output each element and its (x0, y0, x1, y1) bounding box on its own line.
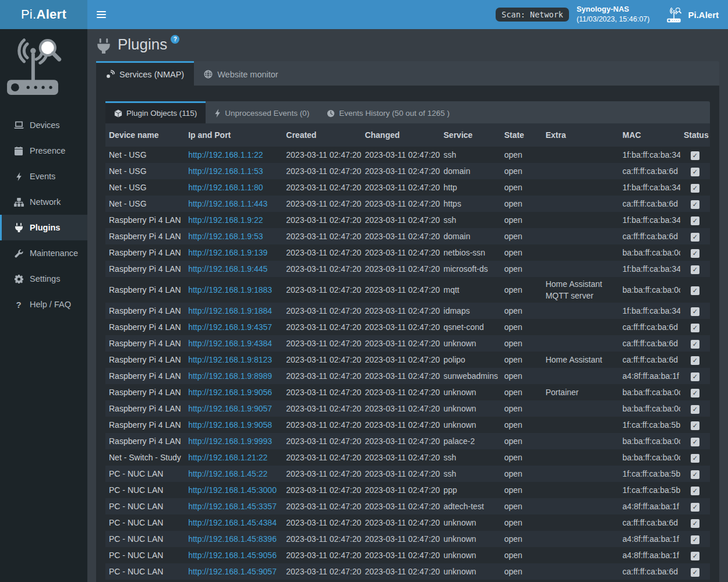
status-checkbox[interactable]: ✓ (691, 265, 699, 274)
table-row: Net - Switch - Studyhttp://192.168.1.21:… (105, 449, 710, 466)
subtab-unprocessed-events-0[interactable]: Unprocessed Events (0) (206, 101, 318, 123)
status-checkbox[interactable]: ✓ (691, 454, 699, 463)
device-name-cell: Raspberry Pi 4 LAN (105, 368, 185, 384)
ip-port-link[interactable]: http://192.168.1.9:9056 (188, 388, 272, 397)
ip-port-link[interactable]: http://192.168.1.45:9057 (188, 567, 277, 576)
ip-port-link[interactable]: http://192.168.1.21:22 (188, 453, 267, 462)
status-checkbox[interactable]: ✓ (691, 286, 699, 295)
state-cell: open (501, 228, 542, 244)
tab-website-monitor[interactable]: Website monitor (194, 61, 288, 86)
status-checkbox[interactable]: ✓ (691, 568, 699, 577)
ip-port-cell: http://192.168.1.9:1884 (185, 303, 282, 319)
changed-cell: 2023-03-11 02:47:20 (361, 514, 440, 531)
ip-port-link[interactable]: http://192.168.1.9:8123 (188, 355, 272, 364)
ip-port-link[interactable]: http://192.168.1.1:22 (188, 150, 263, 159)
app-logo-text: Pi.Alert (21, 7, 66, 22)
mac-cell: ca:ff:ff:ca:ba:6d (619, 352, 680, 368)
ip-port-link[interactable]: http://192.168.1.9:1884 (188, 306, 272, 315)
ip-port-link[interactable]: http://192.168.1.1:80 (188, 183, 263, 192)
ip-port-link[interactable]: http://192.168.1.9:4357 (188, 322, 272, 332)
status-checkbox[interactable]: ✓ (691, 487, 699, 495)
tab-services-nmap[interactable]: Services (NMAP) (96, 61, 194, 86)
sidebar-item-plugins[interactable]: Plugins (0, 215, 87, 240)
ip-port-link[interactable]: http://192.168.1.9:139 (188, 248, 267, 257)
sidebar-item-settings[interactable]: Settings (0, 266, 87, 292)
hamburger-menu-icon[interactable] (87, 0, 115, 29)
ip-port-link[interactable]: http://192.168.1.45:4384 (188, 518, 277, 527)
state-cell: open (501, 303, 542, 319)
gear-icon (13, 275, 24, 283)
status-checkbox[interactable]: ✓ (691, 168, 699, 176)
table-row: Raspberry Pi 4 LANhttp://192.168.1.9:188… (105, 277, 710, 303)
mac-cell: ba:ba:ff:ca:ba:0c (619, 384, 680, 400)
app-logo[interactable]: Pi.Alert (0, 0, 87, 29)
ip-port-link[interactable]: http://192.168.1.9:445 (188, 264, 267, 274)
ip-port-link[interactable]: http://192.168.1.9:22 (188, 215, 263, 225)
question-icon: ? (13, 300, 24, 310)
created-cell: 2023-03-11 02:47:20 (282, 466, 361, 482)
mac-cell: ca:ff:ff:ca:ba:6d (619, 563, 680, 580)
device-name-cell: Raspberry Pi 4 LAN (105, 228, 185, 244)
device-name-cell: Raspberry Pi 4 LAN (105, 400, 185, 417)
status-cell: ✓ (680, 352, 710, 368)
status-checkbox[interactable]: ✓ (691, 421, 699, 430)
ip-port-link[interactable]: http://192.168.1.1:53 (188, 166, 263, 176)
services-nmap-panel: Plugin Objects (115)Unprocessed Events (… (96, 86, 719, 582)
ip-port-link[interactable]: http://192.168.1.9:4384 (188, 339, 272, 348)
server-timestamp: (11/03/2023, 15:46:07) (577, 15, 650, 25)
status-checkbox[interactable]: ✓ (691, 552, 699, 560)
ip-port-link[interactable]: http://192.168.1.9:8989 (188, 371, 272, 381)
state-cell: open (501, 384, 542, 400)
created-cell: 2023-03-11 02:47:20 (282, 352, 361, 368)
created-cell: 2023-03-11 02:47:20 (282, 163, 361, 179)
status-checkbox[interactable]: ✓ (691, 503, 699, 512)
sidebar-item-devices[interactable]: Devices (0, 112, 87, 138)
status-checkbox[interactable]: ✓ (691, 405, 699, 414)
status-checkbox[interactable]: ✓ (691, 438, 699, 446)
status-checkbox[interactable]: ✓ (691, 233, 699, 242)
table-row: Raspberry Pi 4 LANhttp://192.168.1.9:435… (105, 319, 710, 335)
status-cell: ✓ (680, 368, 710, 384)
status-checkbox[interactable]: ✓ (691, 324, 699, 332)
status-checkbox[interactable]: ✓ (691, 470, 699, 479)
status-checkbox[interactable]: ✓ (691, 217, 699, 225)
status-checkbox[interactable]: ✓ (691, 249, 699, 258)
ip-port-link[interactable]: http://192.168.1.9:1883 (188, 285, 272, 294)
ip-port-link[interactable]: http://192.168.1.45:9056 (188, 551, 277, 560)
ip-port-link[interactable]: http://192.168.1.45:3000 (188, 485, 277, 495)
status-checkbox[interactable]: ✓ (691, 372, 699, 381)
subtab-plugin-objects-115[interactable]: Plugin Objects (115) (105, 101, 206, 123)
status-cell: ✓ (680, 449, 710, 466)
ip-port-link[interactable]: http://192.168.1.45:22 (188, 469, 267, 478)
status-checkbox[interactable]: ✓ (691, 200, 699, 209)
status-checkbox[interactable]: ✓ (691, 340, 699, 349)
sidebar-item-label: Settings (30, 274, 60, 283)
ip-port-link[interactable]: http://192.168.1.9:9993 (188, 436, 272, 446)
status-checkbox[interactable]: ✓ (691, 151, 699, 160)
created-cell: 2023-03-11 02:47:20 (282, 212, 361, 228)
ip-port-link[interactable]: http://192.168.1.9:53 (188, 232, 263, 241)
status-checkbox[interactable]: ✓ (691, 356, 699, 365)
status-checkbox[interactable]: ✓ (691, 307, 699, 316)
status-checkbox[interactable]: ✓ (691, 535, 699, 544)
help-badge[interactable]: ? (171, 35, 179, 44)
ip-port-link[interactable]: http://192.168.1.9:9057 (188, 404, 272, 413)
sidebar-item-events[interactable]: Events (0, 164, 87, 189)
status-checkbox[interactable]: ✓ (691, 519, 699, 528)
status-checkbox[interactable]: ✓ (691, 389, 699, 398)
mac-cell: 1f:ba:ff:ca:ba:34 (619, 212, 680, 228)
ip-port-link[interactable]: http://192.168.1.9:9058 (188, 420, 272, 430)
sidebar-item-help-faq[interactable]: ?Help / FAQ (0, 292, 87, 317)
ip-port-link[interactable]: http://192.168.1.45:3357 (188, 502, 277, 511)
subtab-events-history-50-out-of-1265[interactable]: Events History (50 out of 1265 ) (318, 101, 458, 123)
status-checkbox[interactable]: ✓ (691, 184, 699, 193)
sidebar-item-maintenance[interactable]: Maintenance (0, 240, 87, 266)
plugin-subtabs: Plugin Objects (115)Unprocessed Events (… (105, 101, 710, 123)
extra-cell (542, 563, 619, 580)
sidebar-item-presence[interactable]: Presence (0, 138, 87, 164)
ip-port-link[interactable]: http://192.168.1.45:8396 (188, 534, 277, 544)
sidebar-item-network[interactable]: Network (0, 189, 87, 215)
changed-cell: 2023-03-11 02:47:20 (361, 498, 440, 514)
ip-port-link[interactable]: http://192.168.1.1:443 (188, 199, 267, 208)
ip-port-cell: http://192.168.1.9:8123 (185, 352, 282, 368)
